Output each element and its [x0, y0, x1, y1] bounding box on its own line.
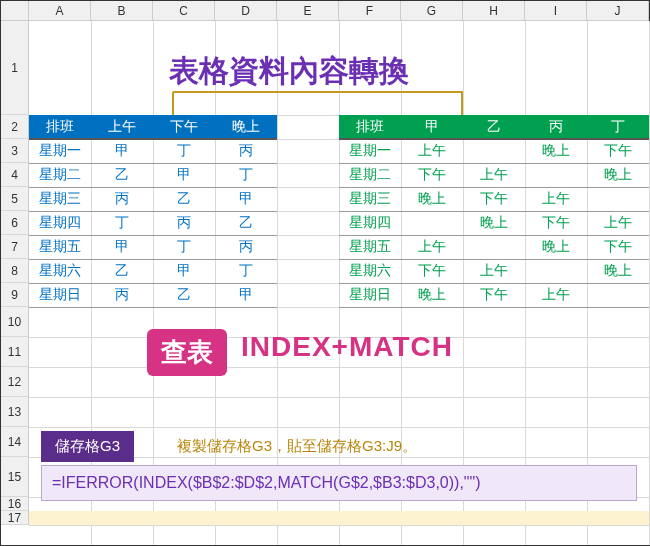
table-cell[interactable]: 甲: [153, 163, 215, 187]
table-row: 星期日丙乙甲: [29, 283, 277, 307]
column-header-A[interactable]: A: [29, 1, 91, 20]
table-cell[interactable]: 甲: [153, 259, 215, 283]
column-header-D[interactable]: D: [215, 1, 277, 20]
table-cell[interactable]: 下午: [587, 235, 649, 259]
table-cell[interactable]: 上午: [525, 283, 587, 307]
table-cell[interactable]: 晚上: [463, 211, 525, 235]
table-cell[interactable]: 下午: [463, 187, 525, 211]
table-cell[interactable]: 上午: [525, 187, 587, 211]
table-cell[interactable]: 上午: [587, 211, 649, 235]
table-cell[interactable]: 上午: [401, 139, 463, 163]
table-header: 晚上: [215, 115, 277, 139]
table-cell[interactable]: 丙: [153, 211, 215, 235]
table-cell[interactable]: 星期二: [29, 163, 91, 187]
table-cell[interactable]: 丁: [91, 211, 153, 235]
table-cell[interactable]: 晚上: [587, 259, 649, 283]
row-header-3[interactable]: 3: [1, 139, 28, 163]
table-cell[interactable]: 丙: [215, 235, 277, 259]
table-cell[interactable]: 乙: [91, 259, 153, 283]
table-cell[interactable]: 下午: [463, 283, 525, 307]
table-cell[interactable]: 丙: [91, 283, 153, 307]
table-cell[interactable]: 上午: [401, 235, 463, 259]
table-cell[interactable]: 丁: [215, 259, 277, 283]
column-header-F[interactable]: F: [339, 1, 401, 20]
table-row: 星期二乙甲丁: [29, 163, 277, 187]
table-cell[interactable]: 下午: [525, 211, 587, 235]
table-cell[interactable]: 上午: [463, 163, 525, 187]
row-header-6[interactable]: 6: [1, 211, 28, 235]
table-cell[interactable]: [463, 139, 525, 163]
column-header-J[interactable]: J: [587, 1, 649, 20]
table-cell[interactable]: 丁: [153, 235, 215, 259]
table-cell[interactable]: 星期日: [29, 283, 91, 307]
table-cell[interactable]: 甲: [215, 283, 277, 307]
table-cell[interactable]: 下午: [401, 259, 463, 283]
column-header-G[interactable]: G: [401, 1, 463, 20]
table-cell[interactable]: [525, 163, 587, 187]
table-cell[interactable]: 下午: [587, 139, 649, 163]
table-cell[interactable]: [401, 211, 463, 235]
column-header-H[interactable]: H: [463, 1, 525, 20]
table-cell[interactable]: [525, 259, 587, 283]
column-header-B[interactable]: B: [91, 1, 153, 20]
table-cell[interactable]: 晚上: [587, 163, 649, 187]
table-cell[interactable]: 星期六: [29, 259, 91, 283]
row-header-16[interactable]: 16: [1, 497, 28, 511]
row-header-14[interactable]: 14: [1, 427, 28, 457]
table-cell[interactable]: 星期六: [339, 259, 401, 283]
row-header-17[interactable]: 17: [1, 511, 28, 525]
formula-box: =IFERROR(INDEX($B$2:$D$2,MATCH(G$2,$B3:$…: [41, 465, 637, 501]
table-cell[interactable]: 甲: [91, 139, 153, 163]
row-header-9[interactable]: 9: [1, 283, 28, 307]
table-cell[interactable]: 星期二: [339, 163, 401, 187]
row-header-12[interactable]: 12: [1, 367, 28, 397]
table-cell[interactable]: 星期四: [339, 211, 401, 235]
table-cell[interactable]: 下午: [401, 163, 463, 187]
table-cell[interactable]: 星期四: [29, 211, 91, 235]
row-header-15[interactable]: 15: [1, 457, 28, 497]
row-header-5[interactable]: 5: [1, 187, 28, 211]
table-cell[interactable]: 星期五: [29, 235, 91, 259]
table-cell[interactable]: 晚上: [401, 187, 463, 211]
select-all-corner[interactable]: [1, 1, 29, 21]
table-cell[interactable]: 星期三: [29, 187, 91, 211]
row-header-2[interactable]: 2: [1, 115, 28, 139]
table-cell[interactable]: 乙: [153, 187, 215, 211]
table-cell[interactable]: 丙: [215, 139, 277, 163]
table-cell[interactable]: 晚上: [525, 235, 587, 259]
column-header-E[interactable]: E: [277, 1, 339, 20]
table-cell[interactable]: 乙: [153, 283, 215, 307]
row-header-4[interactable]: 4: [1, 163, 28, 187]
table-cell[interactable]: [463, 235, 525, 259]
row-header-8[interactable]: 8: [1, 259, 28, 283]
column-header-I[interactable]: I: [525, 1, 587, 20]
table-cell[interactable]: 乙: [215, 211, 277, 235]
table-cell[interactable]: 丁: [153, 139, 215, 163]
table-cell[interactable]: [587, 187, 649, 211]
table-cell[interactable]: 丙: [91, 187, 153, 211]
row-header-1[interactable]: 1: [1, 21, 28, 115]
table-cell[interactable]: 上午: [463, 259, 525, 283]
table-cell[interactable]: 星期一: [29, 139, 91, 163]
table-cell[interactable]: 星期三: [339, 187, 401, 211]
table-cell[interactable]: 乙: [91, 163, 153, 187]
column-header-C[interactable]: C: [153, 1, 215, 20]
row-header-13[interactable]: 13: [1, 397, 28, 427]
table-cell[interactable]: 甲: [91, 235, 153, 259]
table-cell[interactable]: [587, 283, 649, 307]
row-header-7[interactable]: 7: [1, 235, 28, 259]
table-cell[interactable]: 晚上: [525, 139, 587, 163]
table-cell[interactable]: 晚上: [401, 283, 463, 307]
row-header-11[interactable]: 11: [1, 337, 28, 367]
table-cell[interactable]: 星期日: [339, 283, 401, 307]
table-cell[interactable]: 星期五: [339, 235, 401, 259]
spreadsheet-frame: ABCDEFGHIJ 1234567891011121314151617 表格資…: [0, 0, 650, 546]
table-header: 甲: [401, 115, 463, 139]
table-cell[interactable]: 甲: [215, 187, 277, 211]
table-cell[interactable]: 丁: [215, 163, 277, 187]
table-row: 星期六下午上午晚上: [339, 259, 649, 283]
table-header: 排班: [339, 115, 401, 139]
table-cell[interactable]: 星期一: [339, 139, 401, 163]
row-header-10[interactable]: 10: [1, 307, 28, 337]
lookup-chip: 查表: [147, 329, 227, 376]
